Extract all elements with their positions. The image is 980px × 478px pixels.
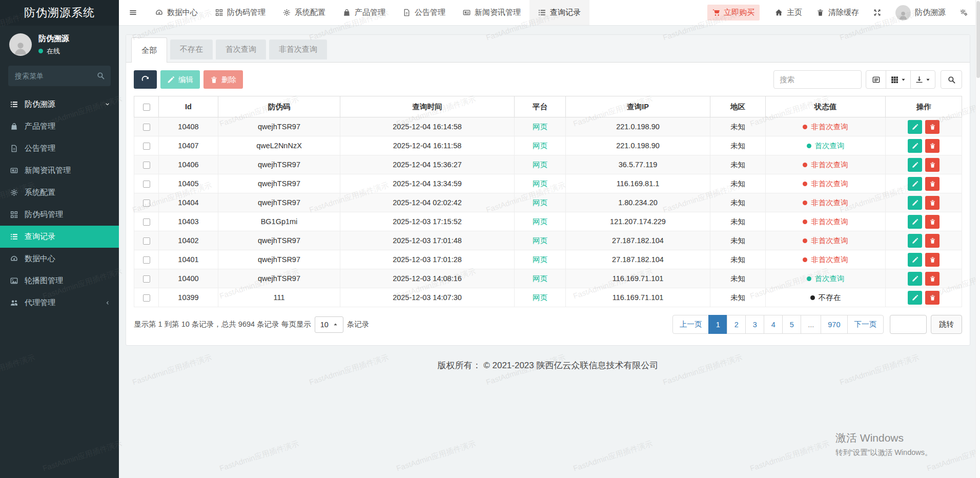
sidebar-item-9[interactable]: 轮播图管理 [0,270,119,292]
page-button-3[interactable]: 3 [745,315,764,334]
row-delete-button[interactable] [925,196,940,210]
edit-button[interactable]: 编辑 [160,70,200,89]
sidebar-toggle-button[interactable] [119,0,147,25]
delete-button[interactable]: 删除 [203,70,243,89]
column-header-7[interactable]: 状态值 [766,96,886,117]
page-jump-input[interactable] [890,315,927,334]
topnav-item-5[interactable]: 公告管理 [394,0,454,25]
sidebar-item-1[interactable]: 防伪溯源 [0,93,119,115]
row-edit-button[interactable] [908,272,922,286]
table-row[interactable]: 10406qwejhTSR972025-12-04 15:36:27网页36.5… [134,155,962,174]
column-header-1[interactable]: Id [159,96,218,117]
export-button[interactable] [910,70,935,89]
page-button-4[interactable]: 4 [764,315,783,334]
columns-button[interactable] [886,70,911,89]
sidebar-item-6[interactable]: 防伪码管理 [0,204,119,226]
page-button-1[interactable]: 1 [708,315,727,334]
menu-search-input[interactable] [8,66,111,86]
topnav-item-3[interactable]: 系统配置 [274,0,334,25]
buy-now-link[interactable]: 立即购买 [707,5,760,21]
home-link[interactable]: 主页 [768,0,809,26]
table-row[interactable]: 10407qweL2NnNzX2025-12-04 16:11:58网页221.… [134,136,962,155]
scrollbar-thumb[interactable] [976,1,980,78]
user-menu[interactable]: 防伪溯源 [888,0,953,26]
row-checkbox[interactable] [143,275,150,283]
table-row[interactable]: 10402qwejhTSR972025-12-03 17:01:48网页27.1… [134,231,962,250]
sidebar-item-10[interactable]: 代理管理 [0,292,119,314]
page-size-select[interactable]: 10 [315,316,343,333]
row-checkbox[interactable] [143,200,150,207]
row-edit-button[interactable] [908,196,922,210]
refresh-button[interactable] [134,70,157,89]
clear-cache-link[interactable]: 清除缓存 [809,0,866,26]
table-row[interactable]: 10403BG1Gp1mi2025-12-03 17:15:52网页121.20… [134,212,962,231]
column-header-3[interactable]: 查询时间 [340,96,515,117]
sidebar-item-8[interactable]: 数据中心 [0,248,119,270]
row-edit-button[interactable] [908,177,922,191]
detail-view-button[interactable] [866,70,886,89]
table-row[interactable]: 103991112025-12-03 14:07:30网页116.169.71.… [134,288,962,307]
row-delete-button[interactable] [925,234,940,248]
row-checkbox[interactable] [143,237,150,245]
column-header-6[interactable]: 地区 [710,96,766,117]
sidebar-item-3[interactable]: 公告管理 [0,137,119,160]
row-checkbox[interactable] [143,181,150,188]
column-header-4[interactable]: 平台 [515,96,566,117]
table-search-input[interactable] [773,70,862,89]
column-header-8[interactable]: 操作 [886,96,962,117]
sidebar-item-2[interactable]: 产品管理 [0,115,119,137]
prev-page-button[interactable]: 上一页 [672,315,709,334]
row-checkbox[interactable] [143,124,150,131]
table-row[interactable]: 10400qwejhTSR972025-12-03 14:08:16网页116.… [134,269,962,288]
row-checkbox[interactable] [143,218,150,226]
sidebar-item-5[interactable]: 系统配置 [0,182,119,204]
topnav-item-6[interactable]: 新闻资讯管理 [454,0,529,25]
row-delete-button[interactable] [925,139,940,153]
row-delete-button[interactable] [925,120,940,134]
row-delete-button[interactable] [925,177,940,191]
row-edit-button[interactable] [908,158,922,172]
row-delete-button[interactable] [925,215,940,229]
page-jump-button[interactable]: 跳转 [931,315,962,334]
row-delete-button[interactable] [925,158,940,172]
scrollbar[interactable] [975,0,980,478]
row-checkbox[interactable] [143,256,150,264]
sidebar-item-4[interactable]: 新闻资讯管理 [0,160,119,182]
topnav-item-2[interactable]: 防伪码管理 [207,0,274,25]
topnav-item-1[interactable]: 数据中心 [147,0,207,25]
fullscreen-button[interactable] [866,0,888,26]
sidebar-item-7[interactable]: 查询记录 [0,226,119,248]
avatar[interactable] [9,33,32,56]
table-row[interactable]: 10408qwejhTSR972025-12-04 16:14:58网页221.… [134,117,962,136]
row-edit-button[interactable] [908,215,922,229]
table-row[interactable]: 10405qwejhTSR972025-12-04 13:34:59网页116.… [134,174,962,193]
topnav-item-4[interactable]: 产品管理 [334,0,394,25]
tab-1[interactable]: 全部 [131,37,167,63]
page-button-970[interactable]: 970 [821,315,847,334]
row-delete-button[interactable] [925,291,940,305]
column-header-5[interactable]: 查询IP [566,96,710,117]
settings-button[interactable] [953,0,975,26]
row-edit-button[interactable] [908,139,922,153]
column-header-2[interactable]: 防伪码 [218,96,340,117]
row-delete-button[interactable] [925,253,940,267]
search-button[interactable] [941,70,962,89]
table-row[interactable]: 10401qwejhTSR972025-12-03 17:01:28网页27.1… [134,250,962,269]
next-page-button[interactable]: 下一页 [847,315,884,334]
row-checkbox[interactable] [143,294,150,302]
row-edit-button[interactable] [908,291,922,305]
row-checkbox[interactable] [143,143,150,150]
page-button-2[interactable]: 2 [727,315,746,334]
row-checkbox[interactable] [143,162,150,169]
tab-3[interactable]: 首次查询 [216,39,266,59]
topnav-item-7[interactable]: 查询记录 [529,0,589,25]
select-all-checkbox[interactable] [143,104,150,111]
row-edit-button[interactable] [908,253,922,267]
row-delete-button[interactable] [925,272,940,286]
row-edit-button[interactable] [908,120,922,134]
table-row[interactable]: 10404qwejhTSR972025-12-04 02:02:42网页1.80… [134,193,962,212]
row-edit-button[interactable] [908,234,922,248]
tab-4[interactable]: 非首次查询 [269,39,327,59]
tab-2[interactable]: 不存在 [170,39,213,59]
page-button-5[interactable]: 5 [782,315,801,334]
